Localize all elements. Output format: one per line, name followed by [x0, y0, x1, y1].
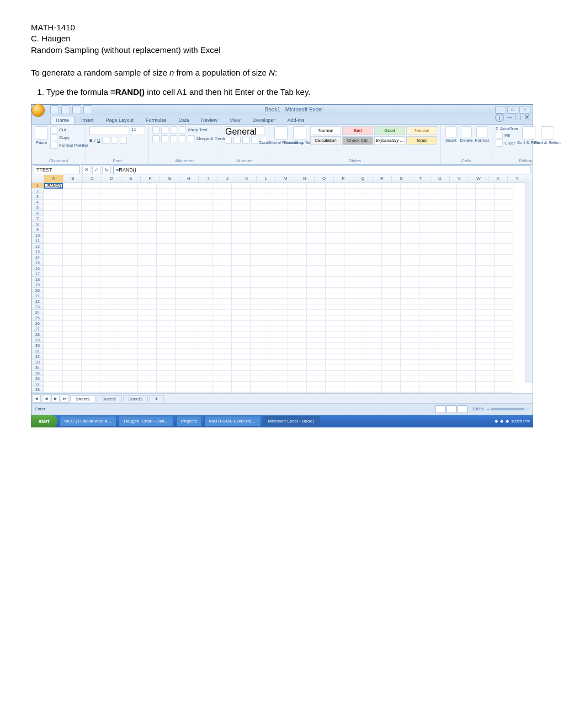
- cell[interactable]: [495, 326, 513, 332]
- cell[interactable]: [194, 227, 213, 233]
- cell[interactable]: [269, 183, 288, 189]
- cell[interactable]: [157, 315, 176, 321]
- cell[interactable]: [307, 260, 326, 266]
- cell[interactable]: [119, 360, 138, 365]
- column-header[interactable]: L: [257, 175, 276, 183]
- cell[interactable]: [401, 293, 419, 299]
- cell[interactable]: [363, 238, 382, 244]
- cell[interactable]: [232, 194, 251, 200]
- cell[interactable]: [119, 315, 138, 321]
- cell[interactable]: [288, 332, 307, 338]
- row-header[interactable]: 19: [31, 282, 44, 288]
- cell[interactable]: [194, 260, 213, 266]
- cell[interactable]: [176, 371, 194, 376]
- cell[interactable]: [495, 244, 513, 249]
- cell[interactable]: [213, 376, 232, 382]
- cell[interactable]: [438, 293, 457, 299]
- cell[interactable]: [363, 260, 382, 266]
- cell[interactable]: [269, 387, 288, 393]
- cell[interactable]: [138, 238, 157, 244]
- cell[interactable]: [307, 189, 326, 194]
- cell[interactable]: [251, 200, 269, 205]
- cell[interactable]: [138, 260, 157, 266]
- cell[interactable]: [119, 205, 138, 211]
- cell[interactable]: [326, 293, 344, 299]
- cell[interactable]: [307, 211, 326, 216]
- cell[interactable]: [495, 304, 513, 310]
- cell[interactable]: [288, 200, 307, 205]
- cell[interactable]: [438, 260, 457, 266]
- cell[interactable]: [476, 304, 495, 310]
- cell[interactable]: [119, 260, 138, 266]
- cell[interactable]: [119, 222, 138, 227]
- cell[interactable]: [288, 205, 307, 211]
- cell[interactable]: [82, 288, 100, 293]
- cell[interactable]: [82, 376, 100, 382]
- cell[interactable]: [288, 360, 307, 365]
- cell[interactable]: [363, 183, 382, 189]
- cell[interactable]: [269, 326, 288, 332]
- cell[interactable]: [438, 266, 457, 271]
- cell[interactable]: [194, 354, 213, 360]
- cell[interactable]: [157, 266, 176, 271]
- cell[interactable]: [100, 365, 119, 371]
- cell[interactable]: [457, 288, 476, 293]
- cell[interactable]: [344, 194, 363, 200]
- cell[interactable]: [438, 371, 457, 376]
- column-header[interactable]: E: [121, 175, 141, 183]
- cell[interactable]: [82, 266, 100, 271]
- cell[interactable]: [213, 249, 232, 255]
- cell[interactable]: [288, 216, 307, 222]
- cell[interactable]: [476, 205, 495, 211]
- cell[interactable]: [401, 194, 419, 200]
- worksheet-grid[interactable]: ABCDEFGHIJKLMNOPQRSTUVWXY 1=RAND()234567…: [31, 175, 533, 394]
- cell[interactable]: [495, 343, 513, 349]
- cell[interactable]: [269, 233, 288, 238]
- cell[interactable]: [82, 304, 100, 310]
- cell[interactable]: [232, 315, 251, 321]
- cell[interactable]: [157, 260, 176, 266]
- cell[interactable]: [326, 338, 344, 343]
- cell[interactable]: [363, 343, 382, 349]
- cell[interactable]: [495, 238, 513, 244]
- cell[interactable]: [344, 349, 363, 354]
- cell[interactable]: [495, 277, 513, 282]
- cell[interactable]: [213, 343, 232, 349]
- cell[interactable]: [82, 310, 100, 315]
- cell[interactable]: [157, 205, 176, 211]
- cell[interactable]: [213, 315, 232, 321]
- cell[interactable]: [44, 249, 63, 255]
- cell[interactable]: [326, 343, 344, 349]
- style-normal[interactable]: Normal: [310, 126, 341, 135]
- cell[interactable]: [213, 244, 232, 249]
- cell[interactable]: [363, 189, 382, 194]
- align-center-icon[interactable]: [161, 135, 168, 142]
- row-header[interactable]: 4: [31, 200, 44, 205]
- cell[interactable]: [288, 282, 307, 288]
- cell[interactable]: [438, 338, 457, 343]
- column-header[interactable]: N: [295, 175, 315, 183]
- cell[interactable]: [119, 365, 138, 371]
- cell[interactable]: [269, 282, 288, 288]
- cell[interactable]: [495, 376, 513, 382]
- cell[interactable]: [326, 194, 344, 200]
- cell[interactable]: [419, 189, 438, 194]
- cell[interactable]: [138, 244, 157, 249]
- cell[interactable]: [194, 338, 213, 343]
- cell[interactable]: [382, 222, 401, 227]
- cell[interactable]: [382, 332, 401, 338]
- cell[interactable]: [476, 260, 495, 266]
- cell[interactable]: [138, 211, 157, 216]
- cell[interactable]: [476, 338, 495, 343]
- cell[interactable]: [438, 194, 457, 200]
- currency-icon[interactable]: [225, 137, 232, 144]
- cell[interactable]: [401, 365, 419, 371]
- row-header[interactable]: 22: [31, 299, 44, 304]
- cell[interactable]: [269, 288, 288, 293]
- cell[interactable]: [382, 376, 401, 382]
- cell[interactable]: [326, 255, 344, 260]
- cell[interactable]: [438, 271, 457, 277]
- find-select-button[interactable]: Find & Select: [539, 126, 556, 145]
- cell[interactable]: [382, 360, 401, 365]
- cell[interactable]: [82, 249, 100, 255]
